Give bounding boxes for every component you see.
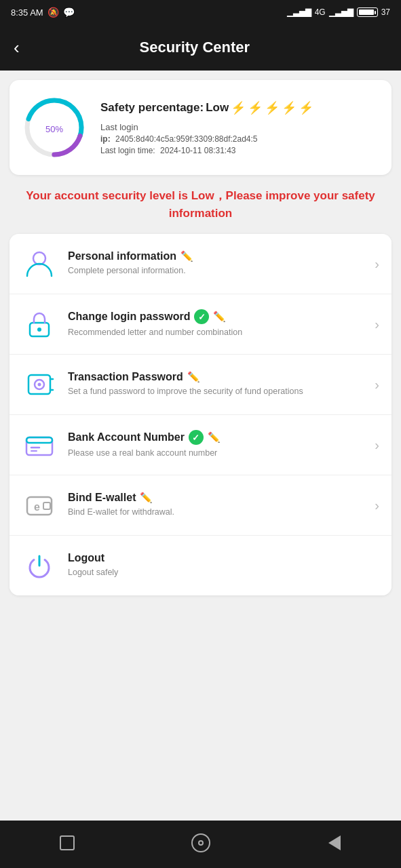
transaction-password-text: Transaction Password ✏️ Set a fund passw… — [68, 371, 364, 398]
edit-icon-5: ✏️ — [140, 492, 153, 504]
safety-prefix: Safety percentage: — [100, 101, 204, 115]
page-title: Security Center — [31, 39, 359, 56]
last-login-label: Last login — [100, 122, 378, 132]
svg-rect-12 — [26, 437, 52, 443]
menu-item-logout[interactable]: Logout Logout safely — [9, 536, 392, 595]
logout-title: Logout — [68, 552, 379, 564]
battery-level: 37 — [381, 7, 390, 17]
warning-text: Your account security level is Low，Pleas… — [9, 184, 392, 224]
edit-icon-4: ✏️ — [208, 431, 221, 443]
percent-symbol: % — [55, 124, 63, 134]
signal-icon-2: ▁▃▅▇ — [329, 7, 354, 17]
vault-icon — [22, 367, 57, 402]
personal-info-text: Personal information ✏️ Complete persona… — [68, 250, 364, 277]
svg-rect-17 — [43, 502, 50, 509]
bank-account-subtitle: Please use a real bank account number — [68, 448, 364, 460]
transaction-password-subtitle: Set a fund password to improve the secur… — [68, 386, 364, 398]
logout-text: Logout Logout safely — [68, 552, 379, 579]
lightning-1: ⚡ — [231, 100, 246, 115]
menu-item-personal-info[interactable]: Personal information ✏️ Complete persona… — [9, 234, 392, 294]
ip-label: ip: — [100, 134, 111, 144]
login-time: Last login time: 2024-10-11 08:31:43 — [100, 146, 378, 155]
circle-inner-icon — [198, 840, 204, 846]
percentage-text: 50% — [45, 119, 63, 136]
top-nav: ‹ Security Center — [0, 24, 401, 71]
nav-back-button[interactable] — [55, 831, 79, 855]
triangle-icon — [328, 835, 341, 850]
circle-icon — [191, 833, 210, 852]
time: 8:35 AM — [11, 7, 43, 18]
logout-subtitle: Logout safely — [68, 567, 379, 579]
login-info: Last login ip: 2405:8d40:4c5a:959f:3309:… — [100, 122, 378, 155]
svg-text:e: e — [34, 501, 40, 513]
login-password-text: Change login password ✓ ✏️ Recommended l… — [68, 309, 364, 339]
lightning-5: ⚡ — [299, 100, 313, 115]
menu-item-bank-account[interactable]: Bank Account Number ✓ ✏️ Please use a re… — [9, 415, 392, 475]
personal-info-subtitle: Complete personal information. — [68, 265, 364, 277]
chevron-icon: › — [375, 256, 379, 272]
menu-item-login-password[interactable]: Change login password ✓ ✏️ Recommended l… — [9, 294, 392, 355]
chevron-icon-3: › — [375, 377, 379, 393]
login-ip: ip: 2405:8d40:4c5a:959f:3309:88df:2ad4:5 — [100, 134, 378, 144]
safety-level: Low — [206, 101, 229, 115]
ewallet-title: Bind E-wallet ✏️ — [68, 492, 364, 504]
lightning-3: ⚡ — [265, 100, 280, 115]
bottom-nav — [0, 821, 401, 868]
safety-percentage-chart: 50% — [20, 94, 88, 161]
chevron-icon-2: › — [375, 317, 379, 332]
login-password-subtitle: Recommended letter and number combinatio… — [68, 327, 364, 339]
menu-section: Personal information ✏️ Complete persona… — [9, 234, 392, 595]
chevron-icon-5: › — [375, 498, 379, 513]
menu-item-transaction-password[interactable]: Transaction Password ✏️ Set a fund passw… — [9, 355, 392, 415]
ewallet-icon: e — [22, 488, 57, 523]
messenger-icon: 💬 — [63, 7, 75, 18]
lock-icon — [22, 307, 57, 342]
lightning-2: ⚡ — [248, 100, 263, 115]
menu-item-ewallet[interactable]: e Bind E-wallet ✏️ Bind E-wallet for wit… — [9, 475, 392, 536]
nav-recent-button[interactable] — [322, 831, 347, 855]
check-badge: ✓ — [194, 309, 209, 324]
mute-icon: 🔕 — [47, 7, 59, 18]
svg-rect-11 — [26, 437, 52, 455]
signal-icon: ▁▃▅▇ — [287, 7, 311, 17]
lightning-4: ⚡ — [282, 100, 297, 115]
bank-account-title: Bank Account Number ✓ ✏️ — [68, 430, 364, 445]
person-icon — [22, 246, 57, 281]
battery-icon — [357, 7, 378, 17]
nav-home-button[interactable] — [189, 831, 213, 855]
ewallet-text: Bind E-wallet ✏️ Bind E-wallet for withd… — [68, 492, 364, 519]
login-password-title: Change login password ✓ ✏️ — [68, 309, 364, 324]
status-right: ▁▃▅▇ 4G ▁▃▅▇ 37 — [287, 7, 390, 17]
power-icon — [22, 548, 57, 583]
edit-icon: ✏️ — [180, 250, 193, 262]
personal-info-title: Personal information ✏️ — [68, 250, 364, 262]
svg-point-5 — [37, 328, 41, 332]
check-badge-2: ✓ — [189, 430, 204, 445]
ewallet-subtitle: Bind E-wallet for withdrawal. — [68, 507, 364, 519]
edit-icon-3: ✏️ — [187, 371, 200, 383]
status-bar: 8:35 AM 🔕 💬 ▁▃▅▇ 4G ▁▃▅▇ 37 — [0, 0, 401, 24]
transaction-password-title: Transaction Password ✏️ — [68, 371, 364, 383]
ip-value: 2405:8d40:4c5a:959f:3309:88df:2ad4:5 — [115, 134, 258, 144]
card-icon — [22, 427, 57, 462]
svg-point-8 — [38, 383, 41, 387]
bank-account-text: Bank Account Number ✓ ✏️ Please use a re… — [68, 430, 364, 460]
status-left: 8:35 AM 🔕 💬 — [11, 7, 75, 18]
chevron-icon-4: › — [375, 437, 379, 453]
login-time-value: 2024-10-11 08:31:43 — [160, 146, 235, 155]
safety-title: Safety percentage: Low ⚡ ⚡ ⚡ ⚡ ⚡ — [100, 100, 378, 115]
svg-point-3 — [33, 252, 45, 264]
login-time-label: Last login time: — [100, 146, 155, 155]
edit-icon-2: ✏️ — [213, 311, 226, 323]
square-icon — [60, 835, 75, 850]
safety-card: 50% Safety percentage: Low ⚡ ⚡ ⚡ ⚡ ⚡ Las… — [9, 80, 392, 175]
back-button[interactable]: ‹ — [14, 39, 20, 56]
safety-info: Safety percentage: Low ⚡ ⚡ ⚡ ⚡ ⚡ Last lo… — [100, 100, 378, 155]
main-content: 50% Safety percentage: Low ⚡ ⚡ ⚡ ⚡ ⚡ Las… — [0, 71, 401, 821]
network-type: 4G — [315, 7, 326, 17]
